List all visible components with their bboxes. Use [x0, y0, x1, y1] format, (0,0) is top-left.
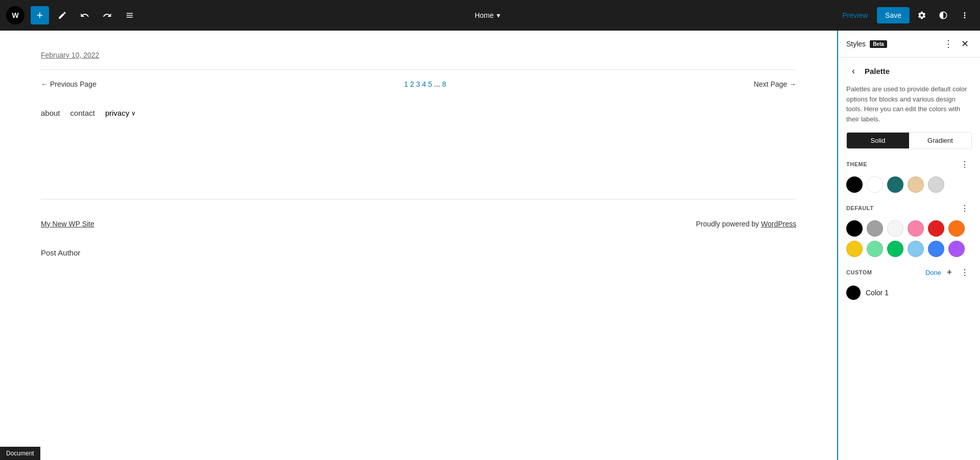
privacy-dropdown-arrow: ∨: [131, 110, 136, 117]
page-num-3[interactable]: 3: [416, 80, 420, 88]
document-bar-label: Document: [6, 450, 34, 457]
default-color-red[interactable]: [928, 220, 944, 237]
theme-palette-section: THEME ⋮: [838, 157, 980, 201]
default-color-skyblue[interactable]: [908, 241, 924, 257]
default-color-green[interactable]: [887, 241, 903, 257]
page-num-1[interactable]: 1: [404, 80, 408, 88]
color-scheme-button[interactable]: [934, 6, 952, 24]
panel-header-icons: ⋮ ✕: [941, 37, 972, 51]
list-view-button[interactable]: [120, 6, 139, 24]
default-color-white[interactable]: [887, 220, 903, 237]
palette-header: ‹ Palette: [838, 58, 980, 82]
styles-title-row: Styles Beta: [846, 40, 887, 48]
footer-right: Proudly powered by WordPress: [696, 220, 796, 228]
wordpress-link[interactable]: WordPress: [761, 220, 796, 228]
theme-color-teal[interactable]: [887, 176, 903, 193]
default-color-gray[interactable]: [867, 220, 883, 237]
site-name-link[interactable]: My New WP Site: [41, 220, 94, 228]
styles-panel-title: Styles: [846, 40, 866, 48]
custom-section-header: CUSTOM Done + ⋮: [846, 265, 972, 279]
page-num-4[interactable]: 4: [422, 80, 426, 88]
preview-button[interactable]: Preview: [836, 8, 874, 22]
default-color-yellow[interactable]: [846, 241, 863, 257]
previous-page-link[interactable]: ← Previous Page: [41, 80, 96, 88]
privacy-link-label: privacy: [105, 109, 130, 117]
panel-scroll[interactable]: ‹ Palette Palettes are used to provide d…: [838, 58, 980, 460]
default-color-purple[interactable]: [948, 241, 965, 257]
footer-nav: about contact privacy ∨: [41, 98, 796, 127]
default-options-button[interactable]: ⋮: [958, 201, 972, 215]
palette-title: Palette: [865, 67, 890, 75]
default-palette-section: DEFAULT ⋮: [838, 201, 980, 265]
custom-palette-section: CUSTOM Done + ⋮ Color 1: [838, 265, 980, 308]
more-options-icon: [960, 11, 969, 20]
next-page-link[interactable]: Next Page →: [754, 80, 796, 88]
save-button[interactable]: Save: [877, 7, 910, 23]
post-author-section: Post Author: [41, 238, 796, 268]
back-button[interactable]: ‹: [846, 64, 861, 78]
pencil-icon: [58, 11, 67, 20]
gear-icon: [917, 11, 926, 20]
close-panel-button[interactable]: ✕: [958, 37, 972, 51]
date-link[interactable]: February 10, 2022: [41, 51, 796, 59]
toolbar-center: Home ▾: [143, 8, 832, 22]
wp-logo-icon: W: [12, 11, 18, 19]
default-color-black[interactable]: [846, 220, 863, 237]
beta-badge: Beta: [870, 40, 887, 48]
pagination: ← Previous Page 1 2 3 4 5 ... 8 Next Pag…: [41, 69, 796, 98]
add-color-button[interactable]: +: [943, 266, 955, 278]
page-selector-button[interactable]: Home ▾: [470, 8, 505, 22]
contact-link[interactable]: contact: [70, 109, 95, 117]
redo-button[interactable]: [98, 6, 116, 24]
done-button[interactable]: Done: [925, 269, 941, 276]
theme-color-lightgray[interactable]: [928, 176, 944, 193]
gradient-toggle-button[interactable]: Gradient: [909, 133, 971, 148]
custom-options-button[interactable]: ⋮: [958, 265, 972, 279]
about-link[interactable]: about: [41, 109, 60, 117]
default-color-mint[interactable]: [867, 241, 883, 257]
undo-button[interactable]: [76, 6, 94, 24]
theme-color-black[interactable]: [846, 176, 863, 193]
tools-icon-button[interactable]: [53, 6, 71, 24]
theme-color-white[interactable]: [867, 176, 883, 193]
custom-color-name-1: Color 1: [866, 289, 889, 297]
page-num-5[interactable]: 5: [428, 80, 432, 88]
settings-button[interactable]: [913, 6, 931, 24]
main-area: February 10, 2022 ← Previous Page 1 2 3 …: [0, 31, 980, 460]
theme-section-header: THEME ⋮: [846, 157, 972, 171]
custom-color-item: Color 1: [846, 286, 972, 300]
solid-toggle-button[interactable]: Solid: [847, 133, 909, 148]
theme-color-peach[interactable]: [908, 176, 924, 193]
default-color-orange[interactable]: [948, 220, 965, 237]
default-color-blue[interactable]: [928, 241, 944, 257]
default-color-pink[interactable]: [908, 220, 924, 237]
theme-color-swatches: [846, 176, 972, 193]
editor-canvas[interactable]: February 10, 2022 ← Previous Page 1 2 3 …: [0, 31, 837, 460]
page-numbers: 1 2 3 4 5 ... 8: [404, 80, 446, 88]
color-scheme-icon: [939, 11, 948, 20]
add-block-button[interactable]: +: [31, 6, 49, 24]
custom-section-title: CUSTOM: [846, 269, 872, 275]
chevron-down-icon: ▾: [497, 11, 500, 19]
styles-panel-header: Styles Beta ⋮ ✕: [838, 31, 980, 58]
powered-by-text: Proudly powered by: [696, 220, 761, 228]
list-view-icon: [125, 11, 134, 20]
redo-icon: [103, 11, 112, 20]
custom-color-swatch-1[interactable]: [846, 286, 861, 300]
toolbar: W + Home ▾ Preview Save: [0, 0, 980, 31]
panel-options-button[interactable]: ⋮: [941, 37, 955, 51]
custom-actions: Done + ⋮: [925, 265, 972, 279]
palette-description: Palettes are used to provide default col…: [838, 82, 980, 132]
wp-logo: W: [6, 6, 24, 24]
page-num-2[interactable]: 2: [410, 80, 414, 88]
more-options-button[interactable]: [955, 6, 974, 24]
page-num-8[interactable]: 8: [442, 80, 446, 88]
default-section-header: DEFAULT ⋮: [846, 201, 972, 215]
page-ellipsis: ...: [434, 80, 440, 88]
solid-gradient-toggle: Solid Gradient: [846, 132, 972, 149]
privacy-dropdown[interactable]: privacy ∨: [105, 109, 136, 117]
post-author-label: Post Author: [41, 248, 81, 257]
theme-options-button[interactable]: ⋮: [958, 157, 972, 171]
styles-panel: Styles Beta ⋮ ✕ ‹ Palette Palettes are u…: [837, 31, 980, 460]
theme-section-title: THEME: [846, 161, 867, 167]
